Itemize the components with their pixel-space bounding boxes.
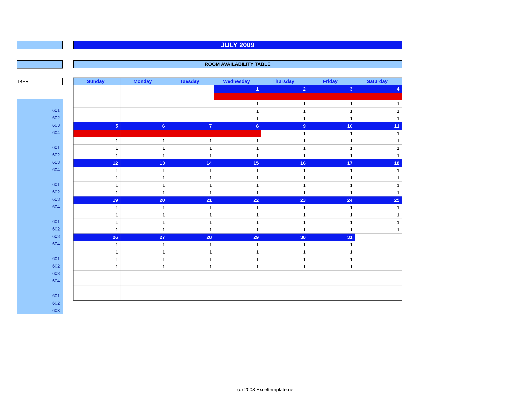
date-cell: 9: [261, 122, 308, 130]
date-row: 1234: [74, 85, 402, 93]
subtitle-bar: ROOM AVAILABILITY TABLE: [73, 60, 402, 68]
availability-cell: 1: [308, 204, 355, 211]
availability-cell: 1: [355, 219, 402, 226]
availability-cell: 1: [214, 241, 261, 248]
room-number: 601: [17, 255, 63, 262]
availability-cell: 1: [74, 145, 120, 152]
room-number: 602: [17, 225, 63, 233]
day-header: Tuesday: [167, 78, 214, 85]
date-cell: 15: [214, 159, 261, 167]
room-number: 604: [17, 203, 63, 211]
date-cell: 6: [120, 122, 167, 130]
availability-cell: 1: [120, 174, 167, 182]
availability-cell: [261, 93, 308, 100]
availability-cell: 1: [261, 167, 308, 174]
availability-cell: 1: [214, 256, 261, 263]
availability-cell: [74, 100, 120, 108]
availability-cell: [261, 293, 308, 300]
availability-cell: 1: [355, 145, 402, 152]
availability-cell: 1: [214, 204, 261, 211]
availability-cell: 1: [167, 256, 214, 263]
availability-cell: 1: [167, 182, 214, 189]
availability-cell: 1: [167, 167, 214, 174]
availability-row: 1111111: [74, 204, 402, 211]
date-cell: 4: [355, 85, 402, 93]
availability-cell: 1: [74, 211, 120, 219]
availability-cell: 1: [74, 226, 120, 234]
room-number: 602: [17, 188, 63, 196]
availability-cell: [167, 293, 214, 300]
date-cell: 28: [167, 234, 214, 241]
date-cell: [74, 85, 120, 93]
divider-cell: [308, 271, 355, 278]
availability-row: 1111: [74, 115, 402, 122]
date-cell: 21: [167, 196, 214, 204]
availability-cell: [167, 100, 214, 108]
availability-cell: 1: [261, 137, 308, 145]
availability-cell: [355, 241, 402, 248]
date-row: 262728293031: [74, 234, 402, 241]
date-cell: 3: [308, 85, 355, 93]
date-cell: 29: [214, 234, 261, 241]
date-row: 567891011: [74, 122, 402, 130]
title-text: JULY 2009: [221, 41, 254, 49]
availability-cell: 1: [120, 204, 167, 211]
room-number: 601: [17, 218, 63, 225]
availability-cell: [167, 108, 214, 115]
room-number: 604: [17, 166, 63, 173]
availability-cell: [214, 293, 261, 300]
divider-cell: [261, 271, 308, 278]
availability-cell: 1: [308, 248, 355, 256]
availability-cell: 1: [214, 211, 261, 219]
room-number: 602: [17, 151, 63, 159]
date-cell: 23: [261, 196, 308, 204]
availability-cell: [74, 130, 120, 137]
availability-cell: 1: [261, 108, 308, 115]
availability-row: 111111: [74, 256, 402, 263]
availability-cell: 1: [261, 241, 308, 248]
room-number: 603: [17, 121, 63, 129]
date-cell: 2: [261, 85, 308, 93]
availability-cell: 1: [214, 167, 261, 174]
availability-cell: [355, 293, 402, 300]
availability-grid: SundayMondayTuesdayWednesdayThursdayFrid…: [73, 77, 402, 301]
availability-cell: 1: [74, 174, 120, 182]
left-bar-2: [17, 60, 63, 68]
date-cell: 25: [355, 196, 402, 204]
iber-label: IBER: [18, 79, 28, 84]
date-cell: [355, 234, 402, 241]
availability-cell: 1: [214, 248, 261, 256]
availability-cell: 1: [214, 115, 261, 122]
date-cell: 13: [120, 159, 167, 167]
availability-cell: 1: [355, 204, 402, 211]
date-cell: 12: [74, 159, 120, 167]
availability-cell: 1: [214, 219, 261, 226]
availability-cell: [74, 115, 120, 122]
availability-cell: 1: [214, 100, 261, 108]
availability-row: 1111111: [74, 137, 402, 145]
room-number: 603: [17, 233, 63, 240]
availability-cell: 1: [261, 130, 308, 137]
date-cell: 18: [355, 159, 402, 167]
divider-cell: [355, 271, 402, 278]
availability-cell: 1: [214, 263, 261, 271]
availability-cell: 1: [74, 263, 120, 271]
availability-cell: 1: [261, 248, 308, 256]
main-area: JULY 2009 ROOM AVAILABILITY TABLE Sunday…: [73, 41, 402, 301]
date-cell: [167, 85, 214, 93]
title-bar: JULY 2009: [73, 41, 402, 49]
availability-row: 1111111: [74, 174, 402, 182]
availability-cell: 1: [355, 174, 402, 182]
availability-cell: [214, 285, 261, 293]
availability-cell: [120, 293, 167, 300]
availability-cell: 1: [308, 263, 355, 271]
availability-row: 1111111: [74, 211, 402, 219]
availability-cell: 1: [74, 182, 120, 189]
availability-cell: 1: [261, 145, 308, 152]
date-cell: 26: [74, 234, 120, 241]
availability-cell: 1: [308, 100, 355, 108]
availability-cell: 1: [355, 182, 402, 189]
availability-cell: 1: [355, 226, 402, 234]
availability-cell: 1: [308, 167, 355, 174]
availability-cell: 1: [120, 137, 167, 145]
